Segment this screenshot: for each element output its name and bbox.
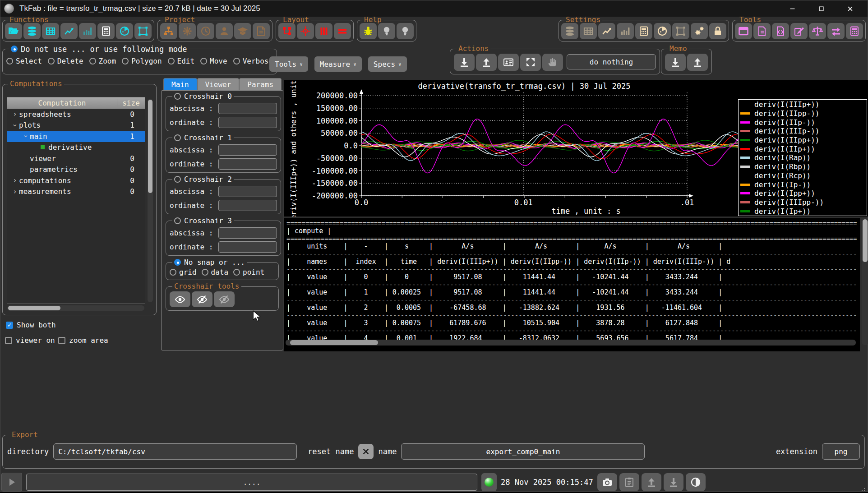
crosshair-1-abscissa-input[interactable]: [218, 144, 277, 156]
mode-radio-dot-zoom[interactable]: [89, 58, 96, 65]
run-button[interactable]: [1, 473, 22, 492]
tree-row-derivative[interactable]: derivative: [7, 142, 145, 153]
maximize-button[interactable]: [813, 3, 829, 14]
document-button[interactable]: [753, 23, 771, 39]
tree-row-spreadsheets[interactable]: ›spreadsheets0: [7, 109, 145, 120]
user-button[interactable]: [216, 23, 233, 39]
tab-params[interactable]: Params: [239, 78, 282, 90]
tree-expander-icon[interactable]: ›: [11, 176, 19, 184]
tab-main[interactable]: Main: [163, 78, 197, 90]
eye-off-button-2[interactable]: [214, 291, 235, 307]
snap-radio-grid[interactable]: grid: [170, 268, 197, 276]
graduation-cap-button[interactable]: [234, 23, 251, 39]
calculator-button[interactable]: [846, 23, 863, 39]
tree-row-viewer[interactable]: viewer0: [7, 153, 145, 164]
mode-radio-polygon[interactable]: Polygon: [122, 57, 162, 65]
mode-radio-select[interactable]: Select: [6, 57, 42, 65]
calculator-button[interactable]: [635, 23, 652, 39]
no-snap-radio[interactable]: [174, 259, 181, 266]
tree-expander-icon[interactable]: ›: [11, 188, 19, 196]
database-button[interactable]: [23, 23, 41, 39]
upload-button[interactable]: [687, 54, 708, 71]
export-name-input[interactable]: [401, 443, 645, 460]
horizontal-bars-button[interactable]: [334, 23, 351, 39]
window-button[interactable]: [735, 23, 752, 39]
edit-button[interactable]: [790, 23, 808, 39]
mode-radio-dot-move[interactable]: [200, 58, 207, 65]
memo-action-field[interactable]: do nothing: [567, 54, 656, 69]
snap-radio-point[interactable]: point: [233, 268, 264, 276]
gear-button[interactable]: [179, 23, 196, 39]
selection-button[interactable]: [672, 23, 689, 39]
crosshair-0-ordinate-input[interactable]: [218, 117, 277, 128]
camera-button[interactable]: [597, 473, 617, 491]
menu-measure[interactable]: Measure∨: [314, 56, 362, 72]
lock-button[interactable]: [709, 23, 726, 39]
vertical-bars-button[interactable]: [315, 23, 332, 39]
scales-button[interactable]: [809, 23, 826, 39]
snap-radio-dot-point[interactable]: [233, 269, 240, 276]
viewer-on-box[interactable]: [5, 337, 12, 344]
tree-row-measurements[interactable]: ›measurements0: [7, 186, 145, 198]
status-input[interactable]: [26, 474, 477, 491]
menu-tools[interactable]: Tools∨: [269, 56, 308, 72]
mode-radio-zoom[interactable]: Zoom: [89, 57, 116, 65]
clipboard-button[interactable]: [619, 473, 639, 491]
pie-chart-button[interactable]: [116, 23, 133, 39]
contact-card-button[interactable]: [498, 54, 519, 71]
eye-off-button-1[interactable]: [192, 291, 212, 307]
tree-horizontal-scrollbar[interactable]: [7, 305, 144, 311]
tree-row-plots[interactable]: ›plots1: [7, 120, 145, 131]
mode-radio-dot-verbose[interactable]: [233, 58, 240, 65]
expand-button[interactable]: [520, 54, 541, 71]
data-table[interactable]: ========================================…: [284, 218, 860, 351]
snap-radio-data[interactable]: data: [202, 268, 229, 276]
mode-radio-dot-delete[interactable]: [48, 58, 55, 65]
pie-chart-button[interactable]: [654, 23, 671, 39]
mode-default-radio[interactable]: [11, 46, 18, 52]
tree-header-computation[interactable]: Computation: [7, 99, 117, 107]
hand-button[interactable]: [542, 54, 563, 71]
show-both-box[interactable]: [6, 322, 13, 329]
file-code-button[interactable]: [772, 23, 789, 39]
upload-button[interactable]: [476, 54, 497, 71]
download-button[interactable]: [665, 54, 686, 71]
flow-button[interactable]: [278, 23, 295, 39]
table-vertical-scrollbar[interactable]: [862, 218, 868, 345]
mode-radio-dot-select[interactable]: [6, 58, 13, 65]
crosshair-1-ordinate-input[interactable]: [218, 158, 277, 170]
gears-button[interactable]: [691, 23, 708, 39]
mode-radio-verbose[interactable]: Verbose: [233, 57, 273, 65]
mode-radio-delete[interactable]: Delete: [48, 57, 83, 65]
snap-radio-dot-data[interactable]: [202, 269, 208, 276]
bar-chart-button[interactable]: [79, 23, 96, 39]
table-button[interactable]: [580, 23, 597, 39]
crosshair-2-radio[interactable]: [174, 176, 181, 183]
tree-header-size[interactable]: size: [117, 99, 145, 107]
download-button[interactable]: [664, 473, 683, 491]
target-button[interactable]: [297, 23, 314, 39]
line-chart-button[interactable]: [598, 23, 615, 39]
extension-value[interactable]: png: [822, 443, 860, 460]
crosshair-3-ordinate-input[interactable]: [218, 241, 277, 253]
tree-expander-icon[interactable]: ›: [22, 132, 30, 140]
directory-input[interactable]: [53, 443, 297, 460]
download-button[interactable]: [454, 54, 475, 71]
bug-button[interactable]: [360, 23, 377, 39]
crosshair-2-ordinate-input[interactable]: [218, 200, 277, 211]
tree-expander-icon[interactable]: ›: [11, 121, 19, 129]
crosshair-2-abscissa-input[interactable]: [218, 186, 277, 197]
minimize-button[interactable]: [785, 3, 800, 14]
transfer-button[interactable]: [827, 23, 845, 39]
mode-radio-dot-polygon[interactable]: [122, 58, 129, 65]
mode-radio-dot-edit[interactable]: [168, 58, 175, 65]
selection-button[interactable]: [134, 23, 152, 39]
derivative-plot[interactable]: derivative(transfo_tr_trmag.csv) | 30 Ju…: [284, 80, 868, 217]
tree-row-computations[interactable]: ›computations0: [7, 175, 145, 186]
upload-button[interactable]: [642, 473, 661, 491]
bulb-button[interactable]: [397, 23, 414, 39]
open-folder-button[interactable]: [5, 23, 22, 39]
crosshair-1-radio[interactable]: [174, 134, 181, 141]
reset-name-button[interactable]: [358, 444, 374, 459]
resize-grip[interactable]: [860, 487, 865, 491]
